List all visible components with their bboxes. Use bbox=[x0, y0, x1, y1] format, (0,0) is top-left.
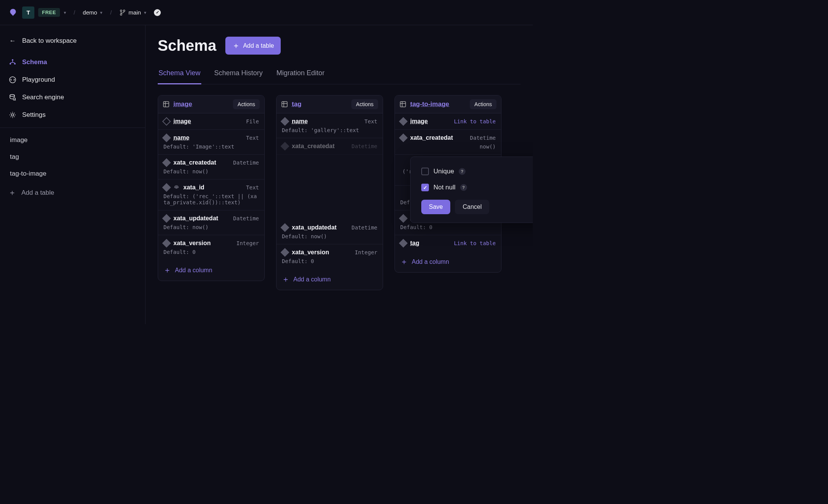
project-crumb[interactable]: demo ▾ bbox=[83, 9, 103, 16]
column-name: xata_updatedat bbox=[173, 215, 218, 222]
help-icon[interactable]: ? bbox=[460, 184, 467, 191]
column-type: Link to table bbox=[454, 240, 496, 246]
add-table-button[interactable]: ＋ Add a table bbox=[225, 37, 281, 55]
tab-schema-history[interactable]: Schema History bbox=[213, 65, 264, 84]
tab-schema-view[interactable]: Schema View bbox=[158, 65, 201, 84]
column-default: Default: now() bbox=[163, 168, 259, 174]
sidebar-item-search[interactable]: Search engine bbox=[0, 89, 145, 106]
sidebar-table-tag-to-image[interactable]: tag-to-image bbox=[0, 165, 145, 182]
add-column-label: Add a column bbox=[293, 276, 331, 283]
table-name[interactable]: tag-to-image bbox=[410, 100, 466, 108]
column-icon bbox=[281, 117, 289, 126]
column-row[interactable]: imageFile bbox=[158, 113, 264, 130]
column-name: image bbox=[173, 118, 191, 125]
column-type: Text bbox=[246, 184, 259, 191]
column-icon bbox=[281, 223, 289, 232]
column-row[interactable]: xata_createdatDatetime now() bbox=[395, 130, 501, 155]
sidebar-add-table[interactable]: ＋ Add a table bbox=[0, 182, 145, 203]
table-actions-button[interactable]: Actions bbox=[233, 99, 260, 109]
sidebar-label: Schema bbox=[22, 58, 47, 66]
sidebar-item-playground[interactable]: Playground bbox=[0, 71, 145, 89]
column-name: tag bbox=[410, 240, 419, 247]
column-icon bbox=[162, 214, 171, 223]
column-name: xata_id bbox=[183, 184, 204, 191]
column-row[interactable]: xata_updatedatDatetime Default: now() bbox=[158, 210, 264, 235]
column-type: Text bbox=[364, 118, 377, 124]
table-name[interactable]: image bbox=[173, 100, 229, 108]
plan-badge: FREE bbox=[38, 8, 60, 17]
column-default: Default: ('rec_'::text || (xata_private.… bbox=[163, 193, 259, 205]
svg-rect-11 bbox=[163, 102, 169, 107]
column-row[interactable]: xata_updatedatDatetime Default: now() bbox=[277, 220, 383, 244]
column-row[interactable]: xata_versionInteger Default: 0 bbox=[277, 244, 383, 269]
chevron-down-icon: ▾ bbox=[100, 10, 102, 15]
svg-rect-14 bbox=[282, 102, 287, 107]
chevron-down-icon: ▾ bbox=[144, 10, 146, 15]
column-icon bbox=[399, 239, 408, 248]
workspace-badge[interactable]: T bbox=[22, 6, 34, 19]
column-default: Default: now() bbox=[282, 233, 377, 239]
save-button[interactable]: Save bbox=[421, 200, 450, 214]
logo[interactable] bbox=[8, 7, 18, 18]
table-actions-button[interactable]: Actions bbox=[470, 99, 496, 109]
unique-checkbox[interactable] bbox=[421, 168, 429, 175]
column-name: xata_createdat bbox=[410, 134, 453, 141]
column-row[interactable]: xata_createdatDatetime bbox=[277, 138, 383, 155]
branch-name: main bbox=[129, 9, 141, 16]
column-default: Default: 0 bbox=[282, 258, 377, 264]
sidebar: ← Back to workspace Schema Playground Se… bbox=[0, 25, 146, 324]
branch-icon bbox=[120, 10, 126, 16]
column-type: Text bbox=[246, 135, 259, 141]
column-row[interactable]: nameText Default: 'gallery'::text bbox=[277, 113, 383, 138]
svg-rect-17 bbox=[400, 102, 406, 107]
svg-point-5 bbox=[14, 63, 16, 65]
column-icon bbox=[162, 239, 171, 248]
column-row[interactable]: xata_idText Default: ('rec_'::text || (x… bbox=[158, 179, 264, 210]
plus-icon: ＋ bbox=[400, 257, 408, 267]
sidebar-item-settings[interactable]: Settings bbox=[0, 106, 145, 124]
back-to-workspace[interactable]: ← Back to workspace bbox=[0, 32, 145, 50]
column-icon bbox=[162, 134, 171, 142]
add-table-label: Add a table bbox=[21, 189, 54, 197]
column-icon bbox=[162, 183, 171, 192]
check-icon[interactable]: ✓ bbox=[154, 9, 161, 16]
table-actions-button[interactable]: Actions bbox=[351, 99, 378, 109]
sidebar-table-image[interactable]: image bbox=[0, 132, 145, 149]
column-default: Default: 0 bbox=[163, 249, 259, 255]
column-row[interactable]: nameText Default: 'Image'::text bbox=[158, 130, 264, 155]
topbar: T FREE ▾ / demo ▾ / main ▾ ✓ bbox=[0, 0, 533, 25]
sidebar-item-schema[interactable]: Schema bbox=[0, 53, 145, 71]
tab-migration-editor[interactable]: Migration Editor bbox=[276, 65, 325, 84]
column-name: name bbox=[173, 134, 189, 141]
notnull-checkbox[interactable]: ✓ bbox=[421, 184, 429, 191]
column-type: Datetime bbox=[352, 225, 377, 231]
add-column-button[interactable]: ＋ Add a column bbox=[277, 269, 383, 290]
column-row[interactable]: imageLink to table bbox=[395, 113, 501, 130]
sidebar-label: Settings bbox=[22, 111, 45, 119]
fingerprint-icon bbox=[173, 184, 180, 191]
sidebar-table-tag[interactable]: tag bbox=[0, 149, 145, 165]
svg-point-7 bbox=[10, 95, 15, 97]
column-row[interactable]: tagLink to table bbox=[395, 235, 501, 251]
column-row[interactable]: xata_createdatDatetime Default: now() bbox=[158, 155, 264, 179]
plus-icon: ＋ bbox=[282, 274, 289, 284]
add-column-button[interactable]: ＋ Add a column bbox=[158, 260, 264, 281]
column-type: Datetime bbox=[470, 135, 496, 141]
plus-icon: ＋ bbox=[163, 265, 171, 275]
column-row[interactable]: xata_versionInteger Default: 0 bbox=[158, 235, 264, 260]
add-column-button[interactable]: ＋ Add a column bbox=[395, 251, 501, 272]
sidebar-label: Search engine bbox=[22, 94, 64, 101]
branch-crumb[interactable]: main ▾ bbox=[120, 9, 147, 16]
svg-point-1 bbox=[123, 10, 125, 11]
cancel-button[interactable]: Cancel bbox=[455, 200, 489, 214]
table-icon bbox=[281, 101, 288, 108]
column-icon bbox=[281, 142, 289, 151]
add-column-label: Add a column bbox=[175, 267, 212, 274]
chevron-down-icon[interactable]: ▾ bbox=[64, 10, 66, 15]
column-default: Default: 'gallery'::text bbox=[282, 127, 377, 133]
help-icon[interactable]: ? bbox=[459, 168, 466, 175]
tabs: Schema View Schema History Migration Edi… bbox=[158, 65, 521, 84]
column-name: xata_updatedat bbox=[292, 224, 336, 231]
table-name[interactable]: tag bbox=[292, 100, 348, 108]
column-icon bbox=[399, 134, 408, 142]
